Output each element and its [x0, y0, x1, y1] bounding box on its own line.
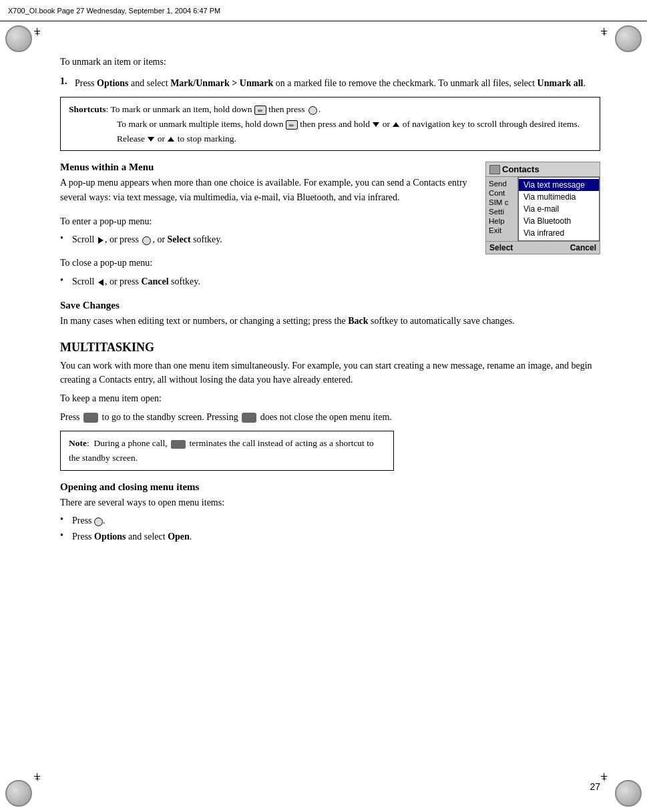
header-bar: X700_OI.book Page 27 Wednesday, Septembe… — [0, 0, 647, 21]
shortcut-line-1: Shortcuts: To mark or unmark an item, ho… — [69, 102, 592, 117]
crosshair-bl: + — [35, 773, 45, 784]
close-popup-section: To close a pop-up menu: • Scroll , or pr… — [60, 256, 600, 288]
bullet-dot-4: • — [60, 530, 67, 541]
corner-circle-tr — [615, 25, 642, 52]
crosshair-br: + — [602, 773, 612, 784]
contacts-footer: Select Cancel — [486, 241, 600, 254]
pencil-icon-2: ✏ — [286, 120, 298, 130]
note-box: Note: During a phone call, terminates th… — [60, 431, 394, 470]
opening-bullet-1: • Press . — [60, 514, 600, 528]
arrow-right-icon — [98, 237, 103, 244]
bullet-dot-3: • — [60, 514, 67, 525]
shortcut-box: Shortcuts: To mark or unmark an item, ho… — [60, 97, 600, 151]
contacts-menu-row: Send Cont SIM c Setti Help Exit Via text… — [486, 177, 600, 241]
corner-circle-br — [615, 780, 642, 807]
end-call-icon-note — [171, 440, 186, 449]
bullet-dot-2: • — [60, 275, 67, 286]
step-number: 1. — [60, 76, 71, 91]
arrow-down-icon — [373, 122, 379, 127]
enter-popup-bullet: • Scroll , or press , or Select softkey. — [60, 232, 476, 246]
page-number: 27 — [590, 781, 600, 792]
menus-section: Contacts Send Cont SIM c Setti Help Exit… — [60, 162, 600, 290]
contacts-header: Contacts — [486, 162, 600, 177]
corner-decoration-bl — [5, 777, 35, 807]
close-popup-text: Scroll , or press Cancel softkey. — [72, 274, 200, 288]
opening-bullet-2: • Press Options and select Open. — [60, 530, 600, 544]
contacts-cancel-btn: Cancel — [570, 243, 596, 252]
contacts-left-help: Help — [486, 216, 517, 226]
enter-popup-text: Scroll , or press , or Select softkey. — [72, 232, 222, 246]
opening-bullet-1-text: Press . — [72, 514, 105, 528]
opening-heading: Opening and closing menu items — [60, 481, 600, 493]
note-label: Note — [69, 438, 87, 448]
popup-item-text-message: Via text message — [519, 179, 599, 191]
keep-open-body: Press to go to the standby screen. Press… — [60, 410, 600, 425]
save-body: In many cases when editing text or numbe… — [60, 314, 600, 329]
end-call-icon-1 — [83, 413, 98, 423]
close-popup-bullet: • Scroll , or press Cancel softkey. — [60, 274, 600, 288]
arrow-up-icon-2 — [168, 137, 174, 142]
multitasking-body: You can work with more than one menu ite… — [60, 359, 600, 387]
shortcut-line-2: To mark or unmark multiple items, hold d… — [117, 117, 592, 146]
multitasking-heading: MULTITASKING — [60, 341, 600, 355]
save-changes-section: Save Changes In many cases when editing … — [60, 300, 600, 329]
popup-item-infrared: Via infrared — [519, 227, 599, 239]
arrow-left-icon — [98, 279, 103, 286]
nav-circle-inline-2 — [142, 236, 151, 245]
keep-open-label: To keep a menu item open: — [60, 391, 600, 406]
contacts-title: Contacts — [502, 164, 540, 174]
contacts-left-sim: SIM c — [486, 198, 517, 207]
corner-circle-tl — [5, 25, 32, 52]
crosshair-tr: + — [602, 28, 612, 39]
contacts-left-cont: Cont — [486, 188, 517, 198]
page-container: X700_OI.book Page 27 Wednesday, Septembe… — [0, 0, 647, 812]
corner-decoration-tl — [5, 25, 35, 55]
contacts-icon — [489, 165, 500, 174]
nav-circle-open — [94, 518, 103, 526]
note-text: Note: During a phone call, terminates th… — [69, 436, 385, 465]
close-popup-label: To close a pop-up menu: — [60, 256, 600, 270]
popup-item-multimedia: Via multimedia — [519, 191, 599, 203]
corner-circle-bl — [5, 780, 32, 807]
contacts-left-setti: Setti — [486, 207, 517, 216]
popup-item-email: Via e-mail — [519, 203, 599, 215]
contacts-popup-image: Contacts Send Cont SIM c Setti Help Exit… — [485, 162, 600, 254]
step-1: 1. Press Options and select Mark/Unmark … — [60, 76, 600, 91]
save-heading: Save Changes — [60, 300, 600, 311]
arrow-down-icon-2 — [148, 137, 154, 142]
contacts-left-exit: Exit — [486, 226, 517, 235]
opening-body: There are several ways to open menu item… — [60, 495, 600, 510]
popup-item-bluetooth: Via Bluetooth — [519, 215, 599, 227]
corner-decoration-tr — [612, 25, 642, 55]
step-text: Press Options and select Mark/Unmark > U… — [75, 76, 586, 91]
corner-decoration-br — [612, 777, 642, 807]
opening-bullet-2-text: Press Options and select Open. — [72, 530, 192, 544]
end-call-icon-2 — [242, 413, 256, 423]
contacts-select-btn: Select — [489, 243, 513, 252]
crosshair-tl: + — [35, 28, 45, 39]
contacts-left-send: Send — [486, 179, 517, 188]
arrow-up-icon — [393, 122, 399, 127]
contacts-popup-menu: Via text message Via multimedia Via e-ma… — [518, 177, 600, 241]
pencil-icon-1: ✏ — [254, 106, 266, 115]
nav-circle-inline-1 — [308, 106, 317, 115]
header-title: X700_OI.book Page 27 Wednesday, Septembe… — [8, 7, 220, 15]
bullet-dot-1: • — [60, 233, 67, 244]
multitasking-section: MULTITASKING You can work with more than… — [60, 341, 600, 471]
opening-section: Opening and closing menu items There are… — [60, 481, 600, 544]
contacts-left-column: Send Cont SIM c Setti Help Exit — [486, 177, 518, 241]
shortcut-label: Shortcuts — [69, 104, 106, 114]
main-content: To unmark an item or items: 1. Press Opt… — [60, 55, 600, 544]
intro-text: To unmark an item or items: — [60, 55, 600, 69]
